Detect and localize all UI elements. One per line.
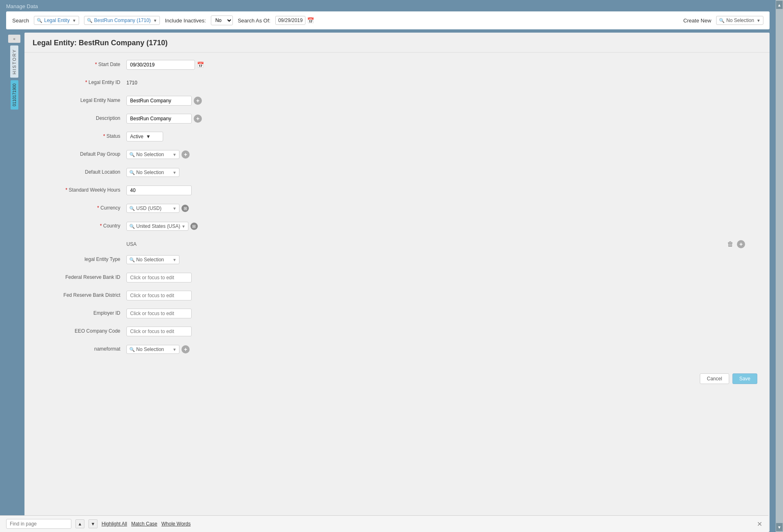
match-case-option[interactable]: Match Case (131, 521, 157, 527)
legal-entity-name-add-btn[interactable]: + (194, 97, 202, 105)
standard-weekly-hours-input[interactable] (126, 185, 192, 195)
search-label: Search (12, 18, 29, 24)
employer-id-input[interactable] (126, 309, 192, 318)
manage-data-header: Manage Data (0, 0, 776, 11)
legal-entity-type-icon: 🔍 (129, 257, 135, 263)
nameformat-label: nameformat (37, 346, 126, 353)
nameformat-caret: ▼ (173, 347, 177, 352)
status-label: * Status (37, 133, 126, 140)
country-usa-label: USA (126, 241, 727, 247)
legal-entity-name-row: Legal Entity Name + (37, 95, 757, 107)
default-location-icon: 🔍 (129, 170, 135, 175)
nameformat-add-btn[interactable]: + (181, 345, 190, 353)
status-control: Active ▼ (126, 132, 757, 141)
search-entity-dropdown[interactable]: 🔍 Legal Entity ▼ (34, 16, 79, 25)
nameformat-icon: 🔍 (129, 347, 135, 352)
manage-data-label: Manage Data (6, 3, 38, 9)
include-inactives-select[interactable]: No Yes (211, 15, 233, 25)
search-entity-icon: 🔍 (37, 18, 42, 23)
currency-control: 🔍 USD (USD) ▼ ⊞ (126, 204, 757, 213)
description-input[interactable] (126, 114, 192, 124)
eeo-company-code-input[interactable] (126, 327, 192, 336)
default-pay-group-select[interactable]: 🔍 No Selection ▼ (126, 150, 179, 159)
legal-entity-type-value: No Selection (136, 257, 171, 263)
currency-value: USD (USD) (136, 205, 171, 211)
whole-words-option[interactable]: Whole Words (161, 521, 191, 527)
legal-entity-name-input[interactable] (126, 96, 192, 106)
currency-label: * Currency (37, 205, 126, 212)
start-date-control: 📅 (126, 60, 757, 70)
find-next-btn[interactable]: ▼ (88, 519, 97, 528)
currency-row: * Currency 🔍 USD (USD) ▼ ⊞ (37, 202, 757, 214)
country-caret: ▼ (181, 224, 186, 229)
start-date-label: * Start Date (37, 62, 126, 68)
create-new-dropdown[interactable]: 🔍 No Selection ▼ (716, 16, 763, 25)
fed-reserve-bank-district-control (126, 291, 757, 300)
country-select[interactable]: 🔍 United States (USA) ▼ (126, 222, 188, 231)
nameformat-value: No Selection (136, 347, 171, 352)
search-bar: Search 🔍 Legal Entity ▼ 🔍 BestRun Compan… (6, 11, 770, 29)
search-company-dropdown[interactable]: 🔍 BestRun Company (1710) ▼ (84, 16, 160, 25)
legal-entity-type-select[interactable]: 🔍 No Selection ▼ (126, 255, 179, 264)
eeo-company-code-control (126, 327, 757, 336)
form-footer: Cancel Save (24, 367, 770, 390)
main-container: Manage Data Search 🔍 Legal Entity ▼ 🔍 Be… (0, 0, 776, 532)
country-required: * (100, 223, 102, 229)
highlight-all-option[interactable]: Highlight All (102, 521, 127, 527)
history-collapse-btn[interactable]: « (8, 35, 20, 43)
cancel-button[interactable]: Cancel (700, 373, 729, 384)
legal-entity-id-label: * Legal Entity ID (37, 79, 126, 86)
country-row: * Country 🔍 United States (USA) ▼ ⊞ (37, 220, 757, 232)
find-close-btn[interactable]: ✕ (757, 520, 762, 528)
start-date-calendar-icon[interactable]: 📅 (197, 62, 204, 68)
fed-reserve-bank-id-input[interactable] (126, 273, 192, 283)
history-tab[interactable]: 0110171900 (11, 80, 18, 110)
fed-reserve-bank-district-input[interactable] (126, 291, 192, 300)
status-select[interactable]: Active ▼ (126, 132, 163, 141)
description-row: Description + (37, 113, 757, 125)
status-row: * Status Active ▼ (37, 130, 757, 143)
start-date-row: * Start Date 📅 (37, 59, 757, 71)
create-new-caret: ▼ (756, 18, 761, 23)
start-date-input[interactable] (126, 60, 195, 70)
eeo-company-code-row: EEO Company Code (37, 325, 757, 338)
default-location-row: Default Location 🔍 No Selection ▼ (37, 166, 757, 179)
search-company-value: BestRun Company (1710) (94, 18, 151, 23)
eeo-company-code-label: EEO Company Code (37, 328, 126, 335)
standard-weekly-hours-control (126, 185, 757, 195)
find-input[interactable] (6, 519, 71, 529)
fed-reserve-bank-id-control (126, 273, 757, 283)
default-location-select[interactable]: 🔍 No Selection ▼ (126, 168, 179, 177)
create-new-icon: 🔍 (719, 18, 725, 23)
search-as-of-date-value[interactable]: 09/29/2019 (275, 16, 305, 25)
content-area: « HISTORY 0110171900 Legal Entity: BestR… (0, 33, 776, 532)
scroll-up-btn[interactable]: ▲ (776, 1, 783, 9)
standard-weekly-hours-required: * (65, 187, 67, 193)
scrollbar-right[interactable]: ▲ ▼ (776, 0, 783, 532)
save-button[interactable]: Save (732, 373, 757, 384)
search-company-icon: 🔍 (87, 18, 93, 23)
currency-info-btn[interactable]: ⊞ (181, 205, 189, 212)
default-pay-group-caret: ▼ (173, 152, 177, 157)
default-pay-group-row: Default Pay Group 🔍 No Selection ▼ + (37, 148, 757, 161)
scroll-down-btn[interactable]: ▼ (776, 523, 783, 531)
country-add-btn[interactable]: + (737, 240, 745, 248)
nameformat-select[interactable]: 🔍 No Selection ▼ (126, 345, 179, 354)
description-add-btn[interactable]: + (194, 115, 202, 123)
country-delete-btn[interactable]: 🗑 (727, 241, 734, 248)
start-date-required: * (95, 62, 97, 67)
nameformat-row: nameformat 🔍 No Selection ▼ + (37, 343, 757, 355)
currency-select[interactable]: 🔍 USD (USD) ▼ (126, 204, 179, 213)
currency-icon: 🔍 (129, 206, 135, 211)
fed-reserve-bank-district-row: Fed Reserve Bank District (37, 289, 757, 302)
default-pay-group-add-btn[interactable]: + (181, 150, 190, 159)
country-actions: 🗑 + (727, 240, 745, 248)
standard-weekly-hours-row: * Standard Weekly Hours (37, 184, 757, 196)
history-label[interactable]: HISTORY (10, 46, 18, 78)
find-prev-btn[interactable]: ▲ (75, 519, 84, 528)
country-info-btn[interactable]: ⊞ (190, 223, 198, 230)
fed-reserve-bank-id-row: Federal Reserve Bank ID (37, 272, 757, 284)
search-as-of-calendar-icon[interactable]: 📅 (307, 17, 314, 24)
default-location-value: No Selection (136, 170, 171, 175)
country-icon: 🔍 (129, 224, 135, 229)
